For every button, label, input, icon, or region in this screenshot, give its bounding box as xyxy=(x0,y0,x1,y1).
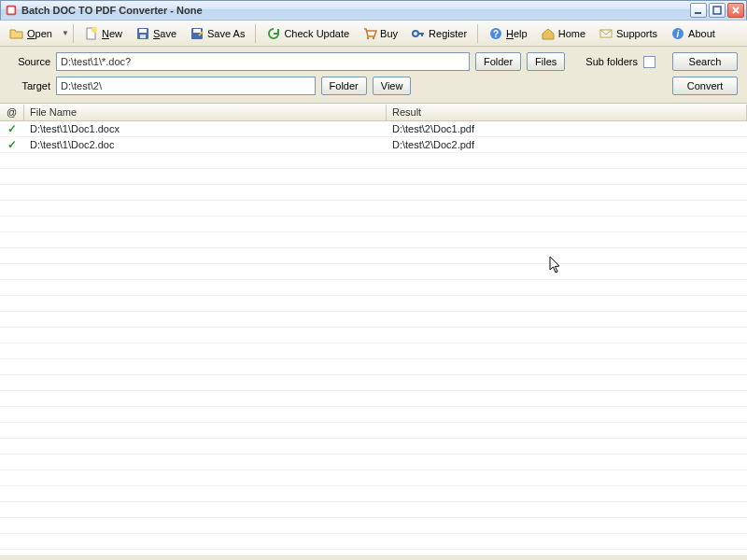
svg-rect-10 xyxy=(193,29,201,33)
svg-point-13 xyxy=(413,31,418,36)
table-row xyxy=(0,359,747,375)
source-input[interactable] xyxy=(56,52,470,71)
table-row[interactable]: ✓D:\test\1\Doc2.docD:\test\2\Doc2.pdf xyxy=(0,137,747,153)
app-icon xyxy=(5,4,18,17)
result-cell: D:\test\2\Doc1.pdf xyxy=(387,123,747,134)
svg-text:i: i xyxy=(677,29,680,39)
subfolders-checkbox[interactable] xyxy=(643,56,655,68)
maximize-button[interactable] xyxy=(709,3,726,18)
target-folder-button[interactable]: Folder xyxy=(321,77,367,95)
col-filename[interactable]: File Name xyxy=(24,105,387,120)
refresh-icon xyxy=(266,26,281,41)
info-icon: i xyxy=(670,26,685,41)
supports-button[interactable]: Supports xyxy=(593,23,663,44)
svg-rect-3 xyxy=(713,7,721,14)
help-button[interactable]: ? Help xyxy=(483,23,533,44)
convert-button[interactable]: Convert xyxy=(672,77,738,95)
svg-rect-1 xyxy=(8,7,15,14)
table-row xyxy=(0,534,747,550)
target-input[interactable] xyxy=(56,77,316,95)
status-cell: ✓ xyxy=(0,122,24,135)
key-icon xyxy=(411,26,426,41)
save-button[interactable]: Save xyxy=(130,23,182,44)
table-row[interactable]: ✓D:\test\1\Doc1.docxD:\test\2\Doc1.pdf xyxy=(0,121,747,137)
filename-cell: D:\test\1\Doc2.doc xyxy=(24,139,387,150)
table-row xyxy=(0,439,747,455)
about-button[interactable]: i About xyxy=(665,23,721,44)
results-table: @ File Name Result ✓D:\test\1\Doc1.docxD… xyxy=(0,104,747,555)
svg-rect-2 xyxy=(695,12,701,14)
col-result[interactable]: Result xyxy=(387,105,747,120)
table-row xyxy=(0,343,747,359)
new-button[interactable]: New xyxy=(78,23,128,44)
source-files-button[interactable]: Files xyxy=(527,52,565,71)
table-row xyxy=(0,201,747,217)
svg-rect-7 xyxy=(139,29,147,33)
result-cell: D:\test\2\Doc2.pdf xyxy=(387,139,747,150)
help-icon: ? xyxy=(488,26,503,41)
status-cell: ✓ xyxy=(0,138,24,151)
table-row xyxy=(0,232,747,248)
table-row xyxy=(0,502,747,518)
table-row xyxy=(0,264,747,280)
table-row xyxy=(0,328,747,343)
separator xyxy=(73,24,74,43)
svg-point-12 xyxy=(373,36,374,38)
buy-button[interactable]: Buy xyxy=(357,23,403,44)
close-button[interactable] xyxy=(727,3,744,18)
table-row xyxy=(0,185,747,201)
col-status[interactable]: @ xyxy=(0,105,24,120)
table-row xyxy=(0,423,747,439)
separator xyxy=(477,24,478,43)
svg-point-11 xyxy=(367,36,369,38)
mail-icon xyxy=(599,26,613,41)
home-icon xyxy=(541,26,556,41)
table-row xyxy=(0,375,747,391)
check-ok-icon: ✓ xyxy=(7,138,17,151)
register-button[interactable]: Register xyxy=(405,23,472,44)
table-row xyxy=(0,407,747,423)
titlebar: Batch DOC TO PDF Converter - None xyxy=(0,0,747,21)
table-row xyxy=(0,217,747,232)
filename-cell: D:\test\1\Doc1.docx xyxy=(24,123,387,134)
check-update-button[interactable]: Check Update xyxy=(261,23,355,44)
svg-rect-8 xyxy=(140,35,146,38)
source-label: Source xyxy=(9,56,50,67)
open-button[interactable]: Open xyxy=(4,23,58,44)
table-body: ✓D:\test\1\Doc1.docxD:\test\2\Doc1.pdf✓D… xyxy=(0,121,747,555)
svg-point-5 xyxy=(92,27,97,33)
search-button[interactable]: Search xyxy=(672,52,738,71)
table-row xyxy=(0,391,747,407)
home-button[interactable]: Home xyxy=(535,23,591,44)
open-dropdown-icon[interactable]: ▼ xyxy=(62,29,68,37)
window-title: Batch DOC TO PDF Converter - None xyxy=(21,5,690,16)
table-row xyxy=(0,312,747,328)
minimize-button[interactable] xyxy=(690,3,707,18)
cart-icon xyxy=(362,26,377,41)
table-header: @ File Name Result xyxy=(0,105,747,121)
table-row xyxy=(0,169,747,185)
table-row xyxy=(0,280,747,296)
target-view-button[interactable]: View xyxy=(373,77,412,95)
save-icon xyxy=(135,26,150,41)
target-label: Target xyxy=(9,80,50,91)
separator xyxy=(255,24,256,43)
check-ok-icon: ✓ xyxy=(7,122,17,135)
svg-text:?: ? xyxy=(493,29,499,39)
table-row xyxy=(0,470,747,486)
table-row xyxy=(0,455,747,470)
folder-open-icon xyxy=(9,26,24,41)
table-row xyxy=(0,296,747,312)
table-row xyxy=(0,486,747,502)
table-row xyxy=(0,248,747,264)
table-row xyxy=(0,550,747,555)
source-folder-button[interactable]: Folder xyxy=(475,52,521,71)
subfolders-label: Sub folders xyxy=(585,56,638,67)
new-file-icon xyxy=(84,26,99,41)
save-as-button[interactable]: Save As xyxy=(184,23,250,44)
table-row xyxy=(0,518,747,534)
table-row xyxy=(0,153,747,169)
path-section: Source Folder Files Sub folders Search T… xyxy=(0,47,747,104)
toolbar: Open ▼ New Save Save As Check Update Buy… xyxy=(0,21,747,47)
save-as-icon xyxy=(190,26,204,41)
